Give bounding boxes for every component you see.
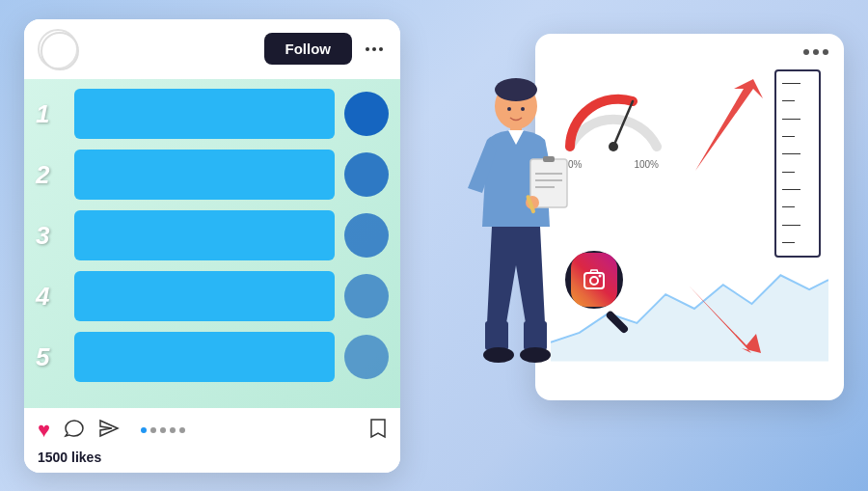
dot-inactive (170, 427, 176, 433)
analytics-section: 0% 100% (410, 24, 844, 468)
instagram-card: Follow 1 2 (24, 19, 400, 473)
main-container: Follow 1 2 (0, 0, 868, 491)
card-header: Follow (24, 19, 400, 79)
panel-dot2 (813, 49, 819, 55)
list-circle-4 (344, 274, 389, 318)
svg-rect-5 (543, 156, 555, 162)
arrow-down-container (669, 276, 775, 367)
list-item: 5 (36, 330, 389, 385)
panel-content: 0% 100% (551, 65, 828, 371)
list-bar-5 (74, 332, 335, 382)
list-item: 4 (36, 269, 389, 324)
list-circle-2 (344, 152, 389, 197)
svg-point-21 (599, 274, 602, 277)
dot-inactive (160, 427, 166, 433)
follow-button[interactable]: Follow (264, 33, 353, 65)
list-circle-3 (344, 213, 389, 258)
list-number-1: 1 (36, 99, 65, 129)
camera-icon (581, 266, 608, 293)
dot2 (372, 47, 376, 51)
list-circle-5 (344, 335, 389, 379)
comment-icon[interactable] (64, 419, 85, 443)
panel-header (551, 49, 828, 55)
carousel-dots (141, 427, 185, 433)
share-icon[interactable] (98, 419, 120, 443)
svg-point-15 (521, 107, 525, 111)
dot3 (379, 47, 383, 51)
post-content: 1 2 3 4 (24, 79, 400, 408)
dot1 (366, 47, 369, 51)
bookmark-icon[interactable] (369, 418, 387, 444)
list-bar-1 (74, 89, 335, 139)
list-number-4: 4 (36, 282, 65, 312)
arrow-up-container (666, 74, 792, 184)
card-footer: ♥ (24, 408, 400, 473)
list-number-2: 2 (36, 160, 65, 190)
ruler-tick (782, 189, 800, 190)
list-number-3: 3 (36, 221, 65, 251)
list-bar-2 (74, 150, 335, 200)
arrow-down-icon (669, 276, 775, 363)
arrow-up-icon (666, 74, 792, 180)
list-circle-1 (344, 92, 389, 136)
list-bar-3 (74, 210, 335, 260)
list-number-5: 5 (36, 342, 65, 372)
person-illustration (429, 53, 583, 420)
more-dots-button[interactable] (362, 43, 387, 55)
heart-icon[interactable]: ♥ (38, 418, 50, 443)
svg-rect-10 (485, 321, 508, 350)
list-item: 1 (36, 87, 389, 142)
list-container: 1 2 3 4 (24, 79, 400, 408)
dot-inactive (179, 427, 185, 433)
svg-rect-11 (524, 321, 547, 350)
gauge-max: 100% (634, 159, 659, 170)
ruler-tick (782, 242, 795, 243)
avatar (38, 29, 78, 69)
list-bar-4 (74, 271, 335, 321)
svg-point-12 (483, 347, 514, 363)
svg-point-2 (495, 78, 537, 101)
ruler-tick (782, 225, 800, 226)
dot-active (141, 427, 147, 433)
list-item: 3 (36, 208, 389, 263)
panel-menu-dots[interactable] (803, 49, 828, 55)
svg-point-0 (41, 33, 78, 69)
panel-dot1 (803, 49, 809, 55)
dot-inactive (150, 427, 156, 433)
svg-point-14 (507, 107, 511, 111)
ruler-tick (782, 206, 795, 207)
likes-count: 1500 likes (38, 450, 387, 465)
svg-point-13 (520, 347, 551, 363)
person-svg (429, 53, 583, 439)
list-item: 2 (36, 148, 389, 203)
svg-point-20 (590, 277, 598, 285)
action-icons: ♥ (38, 418, 387, 444)
panel-dot3 (823, 49, 828, 55)
